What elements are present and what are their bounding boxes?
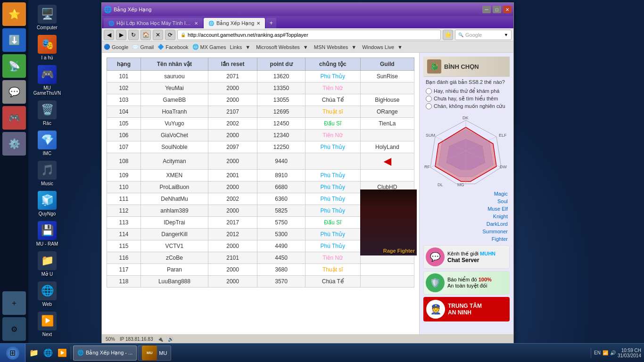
cell-rank: 115 [107,240,141,252]
search-bar[interactable]: 🔍 Google ▼ [455,30,512,40]
left-icon-gear[interactable]: ⚙ [2,317,26,341]
binh-chon-title: BÌNH CHỌN [444,63,479,70]
new-tab-button[interactable]: + [266,18,276,28]
bookmark-microsoft[interactable]: Microsoft Websites▼ [256,44,310,50]
cell-reset: 2000 [208,276,257,288]
cell-point: 6360 [257,193,305,205]
insurance-banner: 🛡️ Báo hiểm đó 100% An toàn tuyệt đối [423,271,510,295]
left-icon-game[interactable]: 🎮 [2,106,26,130]
cell-name: GiaVoChet [140,130,208,141]
bookmark-gmail[interactable]: ✉️Gmail [132,44,154,50]
left-icon-rss[interactable]: 📡 [2,54,26,78]
col-header-rank: hạng [107,58,141,71]
cell-point: 3570 [257,276,305,288]
minimize-button[interactable]: ─ [482,6,491,13]
cell-race: Chúa Tể [305,94,360,106]
bookmark-facebook[interactable]: 🔷Facebook [157,44,188,50]
close-button[interactable]: ✕ [503,6,512,13]
start-button[interactable]: ⊞ [0,344,25,362]
cell-point: 13055 [257,94,305,106]
icon-web[interactable]: 🌐 Web [31,281,64,307]
tab-close-0[interactable]: ✕ [194,21,198,26]
vote-label-2: Chưa hay, sẽ tìm hiểu thêm [434,96,498,102]
refresh-button[interactable]: ↻ [128,30,139,40]
bookmark-msn[interactable]: MSN Websites▼ [314,44,358,50]
class-darklord[interactable]: DarkLord [423,220,510,228]
tab-close-1[interactable]: ✕ [256,21,260,26]
binh-chon-header: 🐉 BÌNH CHỌN [423,57,510,77]
icon-mu-ram[interactable]: 💾 MU - RAM [31,221,64,247]
stop-button[interactable]: ✕ [153,30,163,40]
vote-radio-1[interactable] [426,88,432,94]
cell-guild [360,130,414,141]
icon-imc[interactable]: 💎 IMC [31,131,64,156]
bookmark-star[interactable]: ⭐ [443,30,453,40]
status-bar: 50% IP 183.81.16.83 🔌 🔊 [102,334,513,344]
class-summoner[interactable]: Summoner [423,228,510,235]
cell-rank: 116 [107,252,141,264]
cell-name: DangerKill [140,229,208,240]
bookmark-mx[interactable]: 🌐MX Games [192,44,226,50]
cell-rank: 105 [107,118,141,130]
home-button[interactable]: 🏠 [140,30,151,40]
icon-next[interactable]: ▶️ Next [31,312,64,337]
icon-music[interactable]: 🎵 Music [31,161,64,186]
cell-rank: 118 [107,276,141,288]
icon-iahu[interactable]: 🎭 I a hú [31,35,64,60]
vote-option-3[interactable]: Chán, không muốn nghiên cứu [426,103,507,109]
cell-guild [360,82,414,94]
tab-1[interactable]: 🌐 Bảng Xếp Hạng ✕ [204,18,265,28]
cell-reset: 2000 [208,181,257,193]
vote-option-2[interactable]: Chưa hay, sẽ tìm hiểu thêm [426,96,507,102]
left-icon-download[interactable]: ⬇️ [2,28,26,52]
class-muse-elf[interactable]: Muse Elf [423,205,510,213]
maximize-button[interactable]: □ [493,6,501,13]
browser-titlebar: 🌐 Bảng Xếp Hạng ─ □ ✕ [102,3,513,16]
ql-explorer[interactable]: 📁 [27,346,41,360]
back-button[interactable]: ◀ [104,30,114,40]
bookmark-windows-live[interactable]: Windows Live▼ [362,44,405,50]
class-fighter[interactable]: Fighter [423,235,510,243]
cell-name: XMEN [140,170,208,181]
forward-button[interactable]: ▶ [116,30,126,40]
search-text: Google [465,32,482,38]
taskbar-browser[interactable]: 🌐 Bảng Xếp Hạng - ... [73,346,137,361]
class-knight[interactable]: Knight [423,213,510,220]
vote-radio-3[interactable] [426,103,432,109]
vote-option-1[interactable]: Hay, nhiều thứ để khám phá [426,88,507,94]
icon-mu[interactable]: 🎮 MU GameThuVN [31,65,64,96]
left-icon-settings[interactable]: ⚙️ [2,132,26,156]
cell-rank: 113 [107,217,141,229]
address-bar[interactable]: 🔒 http://account.gamethuvn.net/ranking.a… [177,30,441,40]
clock: 10:59 CH 31/03/2014 [618,348,641,358]
icon-mo-u[interactable]: 📁 Mở U [31,251,64,277]
left-icon-msg[interactable]: 💬 [2,80,26,104]
cell-rank: 111 [107,193,141,205]
bookmark-google[interactable]: 🔵Google [104,44,128,50]
browser-content: hạng Tên nhân vật lần reset point dư chủ… [102,53,513,334]
left-bar: ⭐ ⬇️ 📡 💬 🎮 ⚙️ ＋ ⚙ [0,0,28,343]
class-soul[interactable]: Soul [423,197,510,205]
bookmark-links[interactable]: Links▼ [230,44,253,50]
cell-rank: 101 [107,71,141,82]
cell-rank: 104 [107,106,141,118]
svg-text:DL: DL [438,182,443,186]
left-icon-star[interactable]: ⭐ [2,2,26,26]
ql-ie[interactable]: 🌐 [41,346,55,360]
class-list: Magic Soul Muse Elf Knight DarkLord Summ… [423,190,510,243]
cell-point: 5750 [257,217,305,229]
vote-radio-2[interactable] [426,96,432,102]
class-magic[interactable]: Magic [423,190,510,197]
taskbar-mu[interactable]: MU MU [138,346,171,361]
reload-button[interactable]: ⟳ [165,30,175,40]
icon-computer[interactable]: 🖥️ Computer [31,5,64,30]
cell-reset: 2101 [208,252,257,264]
tab-0[interactable]: 🌐 Hội Lớp Khoa Học Máy Tính I-K7 ✕ [104,18,203,28]
icon-quyngo[interactable]: 🧊 QuyNgo [31,191,64,216]
icon-rac[interactable]: 🗑️ Rác [31,100,64,126]
left-icon-add[interactable]: ＋ [2,291,26,315]
ql-media[interactable]: ▶️ [56,346,69,360]
cell-name: IDepTrai [140,217,208,229]
table-row: 103 GameBB 2000 13055 Chúa Tể BigHouse [107,94,414,106]
table-row: 108 Acityman 2000 9440 ◀ [107,153,414,170]
